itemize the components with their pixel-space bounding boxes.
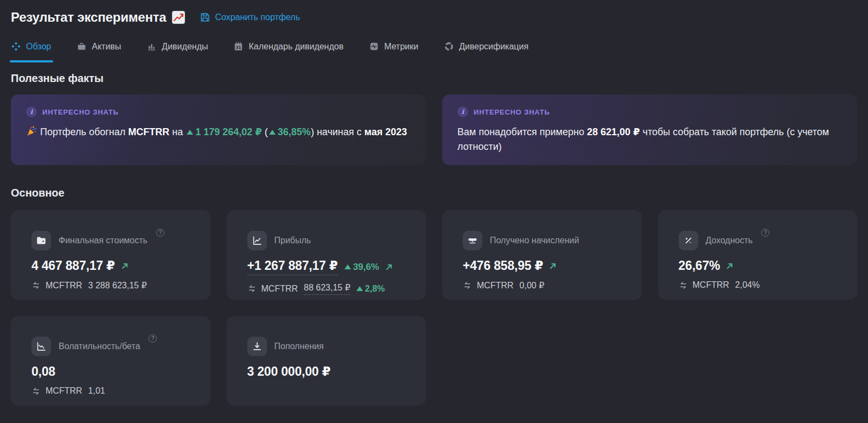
metric-title: Волатильность/бета [59, 342, 140, 351]
tab-overview[interactable]: Обзор [11, 41, 51, 53]
metric-card-volatility: Волатильность/бета ? 0,08 MCFTRR 1,01 [11, 316, 210, 406]
metric-card-profit: Прибыль +1 267 887,17 ₽ 39,6% MCFTRR 88 … [227, 210, 426, 300]
arrow-up-right-icon [385, 263, 393, 272]
fact-segment: Вам понадобится примерно [457, 127, 587, 137]
tab-diversification[interactable]: Диверсификация [444, 41, 528, 53]
metric-card-deposits: Пополнения 3 200 000,00 ₽ [227, 316, 426, 406]
save-portfolio-button[interactable]: Сохранить портфель [200, 12, 300, 23]
floppy-disk-icon [200, 12, 210, 23]
help-icon[interactable]: ? [149, 334, 157, 343]
wallet-icon [31, 231, 51, 250]
benchmark-value[interactable]: 88 623,15 ₽ [304, 282, 350, 295]
metric-value[interactable]: +1 267 887,17 ₽ [247, 258, 338, 275]
tab-metrics-label: Метрики [384, 42, 418, 52]
fact-badge: i ИНТЕРЕСНО ЗНАТЬ [26, 106, 411, 117]
fact-segment: ( [262, 127, 268, 137]
benchmark-value: 1,01 [88, 386, 105, 396]
fact-required-amount: 28 621,00 ₽ [587, 127, 640, 137]
metric-title: Доходность [706, 236, 753, 245]
tab-assets-label: Активы [92, 42, 121, 52]
benchmark-value: 3 288 623,15 ₽ [88, 280, 147, 291]
benchmark-percent: 2,8% [355, 284, 385, 294]
info-icon: i [26, 106, 37, 117]
metric-card-yield: Доходность ? 26,67% MCFTRR 2,04% [658, 210, 858, 300]
benchmark-value: 2,04% [735, 280, 760, 290]
fact-badge: i ИНТЕРЕСНО ЗНАТЬ [457, 106, 842, 117]
benchmark-label: MCFTRR [261, 284, 298, 294]
bar-chart-icon [146, 41, 157, 52]
benchmark-label: MCFTRR [477, 281, 514, 291]
benchmark-row: MCFTRR 3 288 623,15 ₽ [31, 280, 191, 291]
triangle-up-icon [187, 130, 193, 135]
metric-title: Прибыль [275, 236, 311, 245]
metric-title: Получено начислений [490, 236, 579, 245]
triangle-up-icon [356, 286, 363, 291]
facts-row: i ИНТЕРЕСНО ЗНАТЬ Портфель обогнал MCFTR… [11, 94, 857, 165]
metric-title: Финальная стоимость [59, 236, 148, 245]
calendar-31-icon: 31 [233, 41, 244, 52]
tab-dividends-label: Дивиденды [162, 42, 208, 52]
help-icon[interactable]: ? [761, 229, 769, 237]
metric-card-accruals: Получено начислений +476 858,95 ₽ MCFTRR… [442, 210, 642, 300]
fact-text: Портфель обогнал MCFTRR на 1 179 264,02 … [26, 125, 411, 140]
benchmark-label: MCFTRR [46, 386, 82, 396]
benchmark-value: 0,00 ₽ [520, 280, 545, 291]
metric-value: 0,08 [31, 364, 55, 379]
triangle-up-icon [344, 264, 351, 269]
swap-arrows-icon [463, 281, 472, 290]
benchmark-row: MCFTRR 1,01 [31, 386, 191, 396]
swap-arrows-icon [31, 387, 41, 396]
metric-title: Пополнения [275, 342, 324, 351]
tab-metrics[interactable]: Метрики [369, 41, 418, 53]
help-icon[interactable]: ? [156, 229, 164, 237]
page-header: Результат эксперимента Сохранить портфел… [11, 10, 857, 25]
fact-segment: ) начиная с [311, 127, 365, 137]
fact-card-outperformed: i ИНТЕРЕСНО ЗНАТЬ Портфель обогнал MCFTR… [11, 94, 426, 165]
benchmark-row: MCFTRR 0,00 ₽ [463, 280, 622, 291]
svg-text:31: 31 [236, 45, 241, 50]
fact-badge-label: ИНТЕРЕСНО ЗНАТЬ [474, 108, 550, 116]
save-portfolio-label: Сохранить портфель [215, 12, 300, 22]
chart-increasing-emoji [171, 10, 186, 24]
fact-start-date: мая 2023 [365, 127, 407, 137]
swap-arrows-icon [247, 284, 257, 293]
banknote-icon [463, 231, 482, 250]
arrow-up-right-icon [548, 262, 557, 270]
benchmark-label: MCFTRR [693, 280, 730, 290]
metric-percent: 39,6% [343, 262, 379, 273]
fact-card-cost-estimate: i ИНТЕРЕСНО ЗНАТЬ Вам понадобится пример… [442, 94, 857, 165]
benchmark-label: MCFTRR [46, 281, 82, 291]
fact-gain-amount: 1 179 264,02 ₽ [186, 127, 262, 137]
triangle-up-icon [269, 130, 276, 135]
overview-diamonds-icon [11, 41, 21, 52]
arrow-up-right-icon [120, 262, 129, 270]
fact-text: Вам понадобится примерно 28 621,00 ₽ что… [457, 125, 842, 154]
line-chart-up-icon [247, 231, 267, 250]
tab-diversification-label: Диверсификация [459, 42, 528, 52]
benchmark-row: MCFTRR 88 623,15 ₽ 2,8% [247, 282, 407, 295]
tab-dividend-calendar-label: Календарь дивидендов [248, 42, 343, 52]
metric-card-final-value: Финальная стоимость ? 4 467 887,17 ₽ MCF… [11, 210, 210, 300]
metric-value: 4 467 887,17 ₽ [31, 258, 115, 273]
line-chart-down-icon [31, 337, 51, 356]
swap-arrows-icon [31, 281, 41, 290]
page-title: Результат эксперимента [11, 10, 166, 25]
swap-arrows-icon [679, 281, 688, 290]
percent-icon [679, 231, 698, 250]
donut-segments-icon [444, 41, 454, 52]
tab-dividend-calendar[interactable]: 31 Календарь дивидендов [233, 41, 343, 53]
pulse-icon [369, 41, 379, 52]
tab-overview-label: Обзор [26, 42, 51, 52]
tab-bar: Обзор Активы Дивиденды [11, 41, 857, 53]
metric-value: 26,67% [679, 258, 720, 273]
party-popper-emoji [26, 125, 37, 137]
deposit-arrow-icon [247, 337, 267, 356]
metric-value: +476 858,95 ₽ [463, 258, 543, 273]
tab-dividends[interactable]: Дивиденды [146, 41, 208, 53]
fact-gain-percent: 36,85% [268, 127, 311, 137]
metric-value: 3 200 000,00 ₽ [247, 364, 331, 379]
fact-segment: Портфель обогнал [37, 127, 128, 137]
tab-assets[interactable]: Активы [76, 41, 121, 53]
benchmark-row: MCFTRR 2,04% [679, 280, 838, 290]
fact-segment: на [169, 127, 186, 137]
